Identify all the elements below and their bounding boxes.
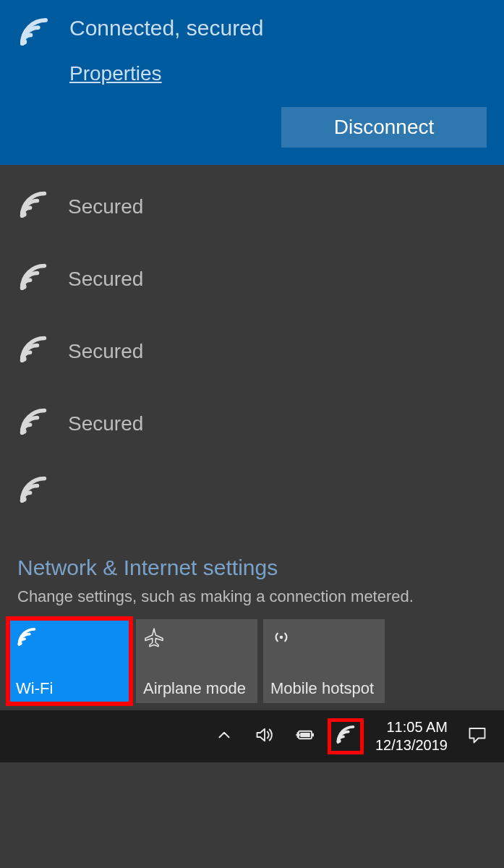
wifi-icon	[17, 262, 49, 297]
network-settings-link[interactable]: Network & Internet settings	[17, 556, 278, 580]
chevron-up-icon	[215, 726, 234, 747]
battery-icon	[293, 724, 317, 749]
network-item[interactable]: Secured	[0, 386, 504, 459]
tile-label: Wi-Fi	[16, 680, 123, 697]
wifi-icon	[17, 190, 49, 224]
network-status-label: Secured	[68, 412, 143, 435]
connection-status: Connected, secured	[69, 16, 264, 41]
wifi-icon	[17, 16, 51, 52]
action-center-button[interactable]	[461, 720, 494, 753]
clock-time: 11:05 AM	[375, 718, 448, 736]
wifi-icon	[335, 724, 356, 749]
wifi-icon	[17, 475, 49, 505]
tile-label: Mobile hotspot	[270, 680, 377, 697]
network-item[interactable]: Secured	[0, 169, 504, 242]
tile-label: Airplane mode	[143, 680, 250, 697]
mobile-hotspot-tile[interactable]: Mobile hotspot	[263, 619, 385, 703]
properties-link[interactable]: Properties	[69, 62, 162, 85]
network-item[interactable]: Secured	[0, 314, 504, 386]
wifi-tile[interactable]: Wi-Fi	[9, 619, 130, 703]
wifi-icon	[16, 626, 123, 652]
system-tray	[208, 720, 362, 753]
network-item[interactable]: Secured	[0, 242, 504, 314]
taskbar-clock[interactable]: 11:05 AM 12/13/2019	[370, 718, 453, 754]
network-tray-button[interactable]	[329, 720, 362, 753]
network-settings-section: Network & Internet settings Change setti…	[0, 554, 504, 619]
volume-button[interactable]	[248, 720, 281, 753]
disconnect-button[interactable]: Disconnect	[281, 107, 487, 148]
network-settings-subtitle: Change settings, such as making a connec…	[17, 587, 487, 606]
connected-network-card[interactable]: Connected, secured Properties Disconnect	[0, 0, 504, 165]
network-status-label: Secured	[68, 195, 143, 218]
hotspot-icon	[270, 626, 377, 652]
network-item[interactable]	[0, 459, 504, 505]
taskbar: 11:05 AM 12/13/2019	[0, 710, 504, 762]
notification-icon	[466, 724, 488, 749]
tray-overflow-button[interactable]	[208, 720, 241, 753]
airplane-mode-tile[interactable]: Airplane mode	[136, 619, 257, 703]
available-networks-list: Secured Secured Secured Secured	[0, 165, 504, 554]
battery-button[interactable]	[289, 720, 322, 753]
network-status-label: Secured	[68, 268, 143, 291]
quick-action-tiles: Wi-Fi Airplane mode Mobile hotspot	[0, 619, 504, 710]
speaker-icon	[254, 724, 276, 749]
wifi-icon	[17, 407, 49, 441]
airplane-icon	[143, 626, 250, 652]
clock-date: 12/13/2019	[375, 736, 448, 754]
network-status-label: Secured	[68, 340, 143, 363]
wifi-icon	[17, 334, 49, 369]
